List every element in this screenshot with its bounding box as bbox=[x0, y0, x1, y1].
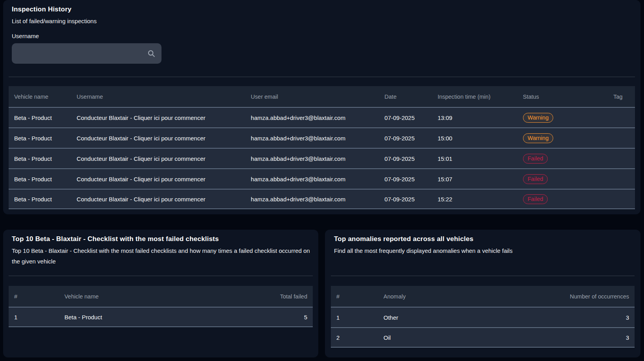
panel-title: Top anomalies reported across all vehicl… bbox=[331, 230, 635, 243]
tag-cell bbox=[608, 107, 635, 127]
user-email-cell: hamza.abbad+driver3@blaxtair.com bbox=[245, 189, 379, 209]
table-header-row: # Vehicle name Total failed bbox=[9, 286, 313, 307]
status-badge: Failed bbox=[523, 194, 548, 204]
col-vehicle-name[interactable]: Vehicle name bbox=[9, 86, 71, 107]
inspection-time-cell: 15:00 bbox=[432, 127, 517, 148]
vehicle-name-cell: Beta - Product bbox=[9, 148, 71, 168]
filter-divider bbox=[9, 77, 635, 77]
top-anomalies-panel: Top anomalies reported across all vehicl… bbox=[325, 230, 640, 357]
vehicle-name-cell: Beta - Product bbox=[9, 127, 71, 148]
panel-subtitle: List of failed/warning inspections bbox=[9, 16, 635, 26]
col-rank[interactable]: # bbox=[331, 286, 378, 307]
username-cell: Conducteur Blaxtair - Cliquer ici pour c… bbox=[71, 127, 245, 148]
panel-divider bbox=[331, 276, 635, 276]
anomaly-cell: Oil bbox=[378, 327, 540, 348]
status-cell: Failed bbox=[517, 189, 608, 209]
username-search-box[interactable] bbox=[12, 43, 161, 64]
search-icon bbox=[147, 49, 156, 58]
tag-cell bbox=[608, 168, 635, 189]
col-occurrences[interactable]: Number of occurrences bbox=[540, 286, 635, 307]
inspections-table: Vehicle name Username User email Date In… bbox=[9, 86, 635, 209]
col-inspection-time[interactable]: Inspection time (min) bbox=[432, 86, 517, 107]
col-vehicle-name[interactable]: Vehicle name bbox=[59, 286, 242, 307]
user-email-cell: hamza.abbad+driver3@blaxtair.com bbox=[245, 127, 379, 148]
tag-cell bbox=[608, 127, 635, 148]
panel-title: Top 10 Beta - Blaxtair - Checklist with … bbox=[9, 230, 313, 243]
rank-cell: 1 bbox=[9, 307, 59, 327]
rank-cell: 2 bbox=[331, 327, 378, 348]
user-email-cell: hamza.abbad+driver3@blaxtair.com bbox=[245, 107, 379, 127]
table-header-row: # Anomaly Number of occurrences bbox=[331, 286, 635, 307]
panel-subtitle: Top 10 Beta - Blaxtair - Checklist with … bbox=[9, 245, 313, 267]
status-badge: Warning bbox=[523, 113, 553, 123]
occurrences-cell: 3 bbox=[540, 327, 635, 348]
status-cell: Failed bbox=[517, 168, 608, 189]
inspection-history-panel: Inspection History List of failed/warnin… bbox=[3, 0, 640, 214]
username-cell: Conducteur Blaxtair - Cliquer ici pour c… bbox=[71, 148, 245, 168]
inspection-time-cell: 15:07 bbox=[432, 168, 517, 189]
table-row[interactable]: Beta - Product Conducteur Blaxtair - Cli… bbox=[9, 107, 635, 127]
col-tag[interactable]: Tag bbox=[608, 86, 635, 107]
inspection-time-cell: 15:22 bbox=[432, 189, 517, 209]
panel-subtitle: Find all the most frequently displayed a… bbox=[331, 245, 635, 256]
username-cell: Conducteur Blaxtair - Cliquer ici pour c… bbox=[71, 107, 245, 127]
top-anomalies-table: # Anomaly Number of occurrences 1 Other … bbox=[331, 286, 635, 348]
table-row[interactable]: Beta - Product Conducteur Blaxtair - Cli… bbox=[9, 148, 635, 168]
status-cell: Warning bbox=[517, 127, 608, 148]
inspection-time-cell: 13:09 bbox=[432, 107, 517, 127]
col-date[interactable]: Date bbox=[379, 86, 432, 107]
panel-title: Inspection History bbox=[9, 0, 635, 13]
col-anomaly[interactable]: Anomaly bbox=[378, 286, 540, 307]
username-cell: Conducteur Blaxtair - Cliquer ici pour c… bbox=[71, 189, 245, 209]
date-cell: 07-09-2025 bbox=[379, 168, 432, 189]
table-row[interactable]: Beta - Product Conducteur Blaxtair - Cli… bbox=[9, 189, 635, 209]
col-username[interactable]: Username bbox=[71, 86, 245, 107]
col-status[interactable]: Status bbox=[517, 86, 608, 107]
table-row[interactable]: Beta - Product Conducteur Blaxtair - Cli… bbox=[9, 127, 635, 148]
total-failed-cell: 5 bbox=[242, 307, 313, 327]
table-header-row: Vehicle name Username User email Date In… bbox=[9, 86, 635, 107]
anomaly-cell: Other bbox=[378, 307, 540, 327]
tag-cell bbox=[608, 148, 635, 168]
vehicle-name-cell: Beta - Product bbox=[9, 107, 71, 127]
vehicle-name-cell: Beta - Product bbox=[59, 307, 242, 327]
vehicle-name-cell: Beta - Product bbox=[9, 189, 71, 209]
date-cell: 07-09-2025 bbox=[379, 148, 432, 168]
date-cell: 07-09-2025 bbox=[379, 127, 432, 148]
col-user-email[interactable]: User email bbox=[245, 86, 379, 107]
status-badge: Failed bbox=[523, 154, 548, 164]
status-cell: Warning bbox=[517, 107, 608, 127]
table-row[interactable]: 2 Oil 3 bbox=[331, 327, 635, 348]
username-search-input[interactable] bbox=[12, 43, 161, 64]
username-filter-label: Username bbox=[9, 32, 635, 40]
tag-cell bbox=[608, 189, 635, 209]
col-rank[interactable]: # bbox=[9, 286, 59, 307]
top-failed-table: # Vehicle name Total failed 1 Beta - Pro… bbox=[9, 286, 313, 327]
panel-divider bbox=[9, 276, 313, 276]
status-badge: Failed bbox=[523, 174, 548, 184]
date-cell: 07-09-2025 bbox=[379, 189, 432, 209]
table-row[interactable]: 1 Other 3 bbox=[331, 307, 635, 327]
inspection-time-cell: 15:01 bbox=[432, 148, 517, 168]
date-cell: 07-09-2025 bbox=[379, 107, 432, 127]
status-cell: Failed bbox=[517, 148, 608, 168]
vehicle-name-cell: Beta - Product bbox=[9, 168, 71, 189]
user-email-cell: hamza.abbad+driver3@blaxtair.com bbox=[245, 168, 379, 189]
table-row[interactable]: 1 Beta - Product 5 bbox=[9, 307, 313, 327]
table-row[interactable]: Beta - Product Conducteur Blaxtair - Cli… bbox=[9, 168, 635, 189]
col-total-failed[interactable]: Total failed bbox=[242, 286, 313, 307]
status-badge: Warning bbox=[523, 133, 553, 143]
occurrences-cell: 3 bbox=[540, 307, 635, 327]
top-failed-checklists-panel: Top 10 Beta - Blaxtair - Checklist with … bbox=[3, 230, 318, 357]
rank-cell: 1 bbox=[331, 307, 378, 327]
username-cell: Conducteur Blaxtair - Cliquer ici pour c… bbox=[71, 168, 245, 189]
user-email-cell: hamza.abbad+driver3@blaxtair.com bbox=[245, 148, 379, 168]
